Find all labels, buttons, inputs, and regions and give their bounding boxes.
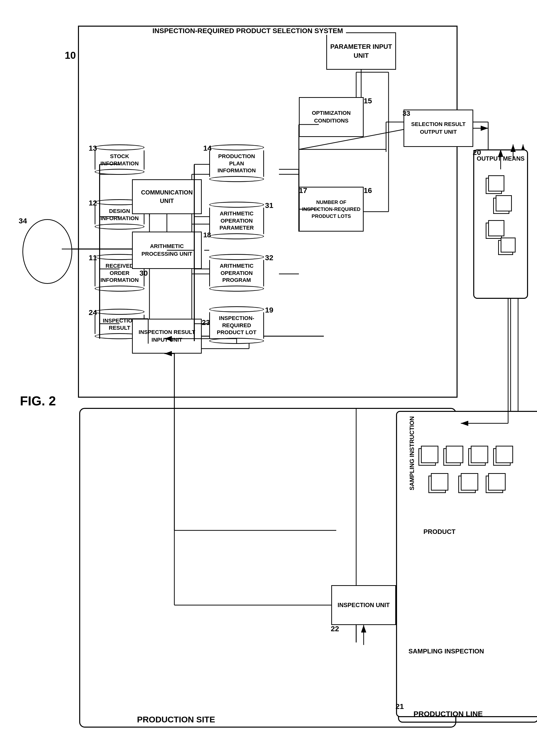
product-label: PRODUCT: [424, 528, 456, 536]
figure-label: FIG. 2: [20, 393, 56, 408]
output-means-label: OUTPUT MEANS: [477, 154, 524, 163]
cyl-body-19: INSPECTION-REQUIRED PRODUCT LOT: [209, 312, 264, 338]
arithmetic-processing-unit-box: ARITHMETIC PROCESSING UNIT: [132, 232, 202, 269]
system-box-label: INSPECTION-REQUIRED PRODUCT SELECTION SY…: [149, 27, 346, 35]
cyl-body-32: ARITHMETIC OPERATION PROGRAM: [209, 260, 264, 286]
cyl-bot-12: [95, 223, 145, 230]
cyl-bot-19: [209, 338, 264, 344]
arithmetic-param-cylinder: ARITHMETIC OPERATION PARAMETER: [209, 202, 264, 239]
cyl-top-19: [209, 306, 264, 312]
cyl-body-14: PRODUCTION PLAN INFORMATION: [209, 150, 264, 177]
production-line-label: PRODUCTION LINE: [413, 710, 483, 718]
stock-information-cylinder: STOCK INFORMATION: [95, 144, 145, 175]
label-11: 11: [89, 254, 97, 262]
num-inspection-required-box: NUMBER OF INSPECTION-REQUIRED PRODUCT LO…: [299, 187, 364, 232]
production-site-label: PRODUCTION SITE: [137, 715, 215, 724]
cyl-bot-11: [95, 286, 145, 292]
selection-result-output-unit-box: SELECTION RESULT OUTPUT UNIT: [403, 109, 473, 147]
label-34: 34: [19, 217, 27, 225]
inspection-result-input-unit-box: INSPECTION RESULT INPUT UNIT: [132, 319, 202, 354]
label-19: 19: [265, 306, 273, 314]
network-ellipse: [22, 219, 72, 284]
label-24: 24: [89, 308, 97, 317]
sampling-inspection-label: SAMPLING INSPECTION: [408, 648, 484, 655]
label-10: 10: [65, 50, 76, 61]
cyl-top-24: [95, 309, 145, 315]
label-17: 17: [299, 186, 307, 195]
inspection-required-lot-cylinder: INSPECTION-REQUIRED PRODUCT LOT: [209, 306, 264, 344]
cyl-bot-14: [209, 176, 264, 182]
cyl-bot-32: [209, 286, 264, 292]
label-16: 16: [364, 186, 372, 195]
cyl-top-32: [209, 254, 264, 260]
cyl-body-13: STOCK INFORMATION: [95, 150, 145, 170]
label-33: 33: [402, 109, 410, 118]
output-means-box: OUTPUT MEANS: [473, 149, 528, 299]
label-18: 18: [203, 231, 211, 239]
optimization-conditions-box: OPTIMIZATION CONDITIONS: [299, 97, 364, 137]
inspection-unit-box: INSPECTION UNIT: [331, 585, 396, 625]
label-12: 12: [89, 199, 97, 207]
label-31: 31: [265, 201, 273, 210]
cyl-top-14: [209, 144, 264, 150]
cyl-top-31: [209, 202, 264, 208]
cyl-bot-31: [209, 233, 264, 239]
label-30: 30: [140, 269, 148, 277]
label-21: 21: [395, 702, 404, 711]
product-cubes: [413, 443, 528, 523]
label-32: 32: [265, 254, 273, 262]
label-14: 14: [203, 144, 212, 152]
cyl-bot-13: [95, 169, 145, 175]
label-20: 20: [473, 148, 481, 157]
label-15: 15: [364, 97, 372, 105]
arithmetic-prog-cylinder: ARITHMETIC OPERATION PROGRAM: [209, 254, 264, 292]
communication-unit-box: COMMUNICATION UNIT: [132, 179, 202, 214]
label-22: 22: [331, 624, 339, 633]
production-plan-cylinder: PRODUCTION PLAN INFORMATION: [209, 144, 264, 182]
cyl-top-13: [95, 144, 145, 150]
label-23: 23: [202, 318, 210, 327]
label-13: 13: [89, 144, 97, 152]
cyl-body-31: ARITHMETIC OPERATION PARAMETER: [209, 208, 264, 234]
parameter-input-unit-box: PARAMETER INPUT UNIT: [326, 32, 396, 70]
